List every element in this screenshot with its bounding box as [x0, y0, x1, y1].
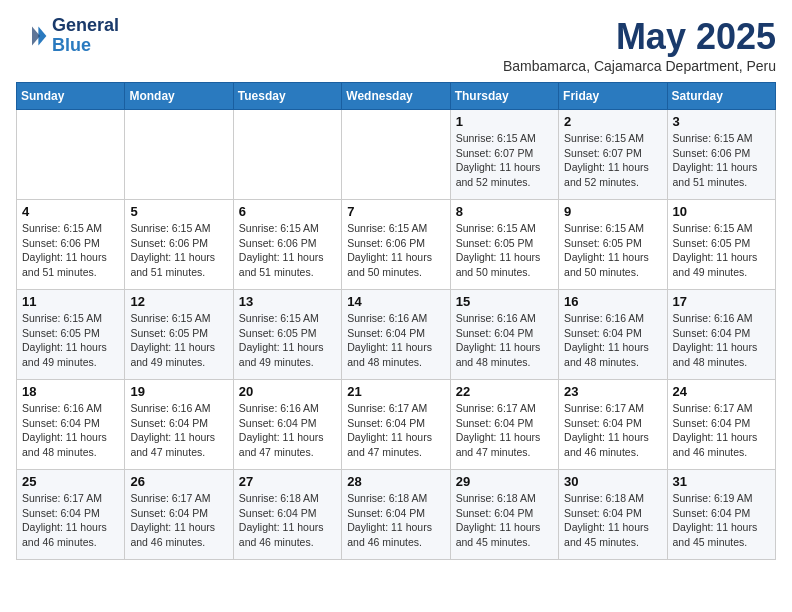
day-info: Sunrise: 6:16 AM Sunset: 6:04 PM Dayligh… — [673, 311, 770, 370]
day-number: 28 — [347, 474, 444, 489]
logo-text: General Blue — [52, 16, 119, 56]
day-number: 6 — [239, 204, 336, 219]
day-info: Sunrise: 6:16 AM Sunset: 6:04 PM Dayligh… — [347, 311, 444, 370]
calendar-cell: 6Sunrise: 6:15 AM Sunset: 6:06 PM Daylig… — [233, 200, 341, 290]
day-info: Sunrise: 6:16 AM Sunset: 6:04 PM Dayligh… — [239, 401, 336, 460]
day-number: 10 — [673, 204, 770, 219]
location-subtitle: Bambamarca, Cajamarca Department, Peru — [503, 58, 776, 74]
month-title: May 2025 — [503, 16, 776, 58]
day-info: Sunrise: 6:15 AM Sunset: 6:07 PM Dayligh… — [456, 131, 553, 190]
day-info: Sunrise: 6:18 AM Sunset: 6:04 PM Dayligh… — [564, 491, 661, 550]
day-number: 3 — [673, 114, 770, 129]
weekday-header-thursday: Thursday — [450, 83, 558, 110]
calendar-cell: 19Sunrise: 6:16 AM Sunset: 6:04 PM Dayli… — [125, 380, 233, 470]
day-info: Sunrise: 6:15 AM Sunset: 6:05 PM Dayligh… — [130, 311, 227, 370]
calendar-cell: 15Sunrise: 6:16 AM Sunset: 6:04 PM Dayli… — [450, 290, 558, 380]
calendar-week-4: 18Sunrise: 6:16 AM Sunset: 6:04 PM Dayli… — [17, 380, 776, 470]
calendar-cell: 31Sunrise: 6:19 AM Sunset: 6:04 PM Dayli… — [667, 470, 775, 560]
day-info: Sunrise: 6:17 AM Sunset: 6:04 PM Dayligh… — [456, 401, 553, 460]
calendar-cell: 23Sunrise: 6:17 AM Sunset: 6:04 PM Dayli… — [559, 380, 667, 470]
calendar-cell — [233, 110, 341, 200]
day-number: 29 — [456, 474, 553, 489]
day-number: 2 — [564, 114, 661, 129]
day-number: 27 — [239, 474, 336, 489]
calendar-cell: 17Sunrise: 6:16 AM Sunset: 6:04 PM Dayli… — [667, 290, 775, 380]
day-info: Sunrise: 6:17 AM Sunset: 6:04 PM Dayligh… — [347, 401, 444, 460]
weekday-header-monday: Monday — [125, 83, 233, 110]
logo-line1: General — [52, 15, 119, 35]
day-info: Sunrise: 6:18 AM Sunset: 6:04 PM Dayligh… — [456, 491, 553, 550]
calendar-cell: 22Sunrise: 6:17 AM Sunset: 6:04 PM Dayli… — [450, 380, 558, 470]
calendar-cell: 30Sunrise: 6:18 AM Sunset: 6:04 PM Dayli… — [559, 470, 667, 560]
day-number: 12 — [130, 294, 227, 309]
day-number: 4 — [22, 204, 119, 219]
calendar-cell: 18Sunrise: 6:16 AM Sunset: 6:04 PM Dayli… — [17, 380, 125, 470]
weekday-header-sunday: Sunday — [17, 83, 125, 110]
calendar-week-5: 25Sunrise: 6:17 AM Sunset: 6:04 PM Dayli… — [17, 470, 776, 560]
day-info: Sunrise: 6:15 AM Sunset: 6:05 PM Dayligh… — [239, 311, 336, 370]
day-info: Sunrise: 6:15 AM Sunset: 6:06 PM Dayligh… — [239, 221, 336, 280]
calendar-cell — [17, 110, 125, 200]
calendar-cell: 12Sunrise: 6:15 AM Sunset: 6:05 PM Dayli… — [125, 290, 233, 380]
day-number: 1 — [456, 114, 553, 129]
calendar-cell: 27Sunrise: 6:18 AM Sunset: 6:04 PM Dayli… — [233, 470, 341, 560]
day-number: 5 — [130, 204, 227, 219]
logo-line2: Blue — [52, 35, 91, 55]
day-number: 26 — [130, 474, 227, 489]
day-info: Sunrise: 6:16 AM Sunset: 6:04 PM Dayligh… — [564, 311, 661, 370]
day-number: 31 — [673, 474, 770, 489]
calendar-cell: 25Sunrise: 6:17 AM Sunset: 6:04 PM Dayli… — [17, 470, 125, 560]
day-number: 30 — [564, 474, 661, 489]
day-number: 9 — [564, 204, 661, 219]
calendar-cell: 8Sunrise: 6:15 AM Sunset: 6:05 PM Daylig… — [450, 200, 558, 290]
calendar-cell: 29Sunrise: 6:18 AM Sunset: 6:04 PM Dayli… — [450, 470, 558, 560]
day-info: Sunrise: 6:15 AM Sunset: 6:05 PM Dayligh… — [564, 221, 661, 280]
calendar-cell: 10Sunrise: 6:15 AM Sunset: 6:05 PM Dayli… — [667, 200, 775, 290]
day-info: Sunrise: 6:15 AM Sunset: 6:06 PM Dayligh… — [22, 221, 119, 280]
calendar-cell: 11Sunrise: 6:15 AM Sunset: 6:05 PM Dayli… — [17, 290, 125, 380]
day-number: 21 — [347, 384, 444, 399]
calendar-cell — [342, 110, 450, 200]
calendar-cell: 16Sunrise: 6:16 AM Sunset: 6:04 PM Dayli… — [559, 290, 667, 380]
day-info: Sunrise: 6:15 AM Sunset: 6:06 PM Dayligh… — [130, 221, 227, 280]
day-number: 13 — [239, 294, 336, 309]
day-info: Sunrise: 6:17 AM Sunset: 6:04 PM Dayligh… — [22, 491, 119, 550]
calendar-cell: 28Sunrise: 6:18 AM Sunset: 6:04 PM Dayli… — [342, 470, 450, 560]
calendar-cell: 14Sunrise: 6:16 AM Sunset: 6:04 PM Dayli… — [342, 290, 450, 380]
day-number: 23 — [564, 384, 661, 399]
calendar-cell — [125, 110, 233, 200]
calendar-week-1: 1Sunrise: 6:15 AM Sunset: 6:07 PM Daylig… — [17, 110, 776, 200]
day-number: 20 — [239, 384, 336, 399]
day-info: Sunrise: 6:15 AM Sunset: 6:05 PM Dayligh… — [22, 311, 119, 370]
calendar-cell: 1Sunrise: 6:15 AM Sunset: 6:07 PM Daylig… — [450, 110, 558, 200]
weekday-header-saturday: Saturday — [667, 83, 775, 110]
day-info: Sunrise: 6:16 AM Sunset: 6:04 PM Dayligh… — [456, 311, 553, 370]
calendar-cell: 20Sunrise: 6:16 AM Sunset: 6:04 PM Dayli… — [233, 380, 341, 470]
calendar-week-3: 11Sunrise: 6:15 AM Sunset: 6:05 PM Dayli… — [17, 290, 776, 380]
day-info: Sunrise: 6:17 AM Sunset: 6:04 PM Dayligh… — [673, 401, 770, 460]
page-header: General Blue May 2025 Bambamarca, Cajama… — [16, 16, 776, 74]
day-number: 11 — [22, 294, 119, 309]
weekday-row: SundayMondayTuesdayWednesdayThursdayFrid… — [17, 83, 776, 110]
logo-icon — [16, 20, 48, 52]
day-info: Sunrise: 6:16 AM Sunset: 6:04 PM Dayligh… — [22, 401, 119, 460]
calendar-cell: 21Sunrise: 6:17 AM Sunset: 6:04 PM Dayli… — [342, 380, 450, 470]
title-block: May 2025 Bambamarca, Cajamarca Departmen… — [503, 16, 776, 74]
day-number: 19 — [130, 384, 227, 399]
calendar-cell: 26Sunrise: 6:17 AM Sunset: 6:04 PM Dayli… — [125, 470, 233, 560]
calendar-table: SundayMondayTuesdayWednesdayThursdayFrid… — [16, 82, 776, 560]
day-number: 24 — [673, 384, 770, 399]
day-number: 22 — [456, 384, 553, 399]
calendar-cell: 5Sunrise: 6:15 AM Sunset: 6:06 PM Daylig… — [125, 200, 233, 290]
logo: General Blue — [16, 16, 119, 56]
calendar-cell: 13Sunrise: 6:15 AM Sunset: 6:05 PM Dayli… — [233, 290, 341, 380]
calendar-cell: 4Sunrise: 6:15 AM Sunset: 6:06 PM Daylig… — [17, 200, 125, 290]
day-info: Sunrise: 6:18 AM Sunset: 6:04 PM Dayligh… — [239, 491, 336, 550]
day-info: Sunrise: 6:18 AM Sunset: 6:04 PM Dayligh… — [347, 491, 444, 550]
day-info: Sunrise: 6:15 AM Sunset: 6:06 PM Dayligh… — [347, 221, 444, 280]
calendar-body: 1Sunrise: 6:15 AM Sunset: 6:07 PM Daylig… — [17, 110, 776, 560]
calendar-cell: 7Sunrise: 6:15 AM Sunset: 6:06 PM Daylig… — [342, 200, 450, 290]
day-number: 25 — [22, 474, 119, 489]
calendar-cell: 2Sunrise: 6:15 AM Sunset: 6:07 PM Daylig… — [559, 110, 667, 200]
day-number: 7 — [347, 204, 444, 219]
